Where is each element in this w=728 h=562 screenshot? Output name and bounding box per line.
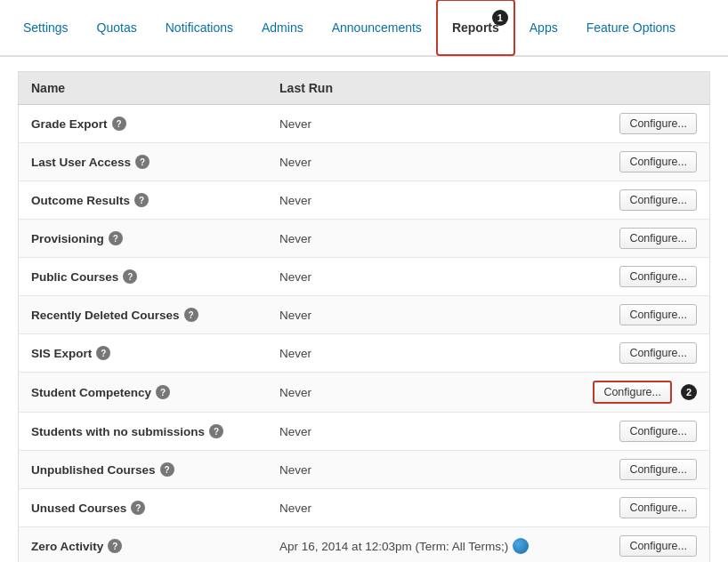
row-name-label: Grade Export? [31, 116, 255, 131]
row-action-cell: Configure... [580, 105, 709, 143]
table-row: Public Courses?NeverConfigure... [19, 258, 710, 296]
help-icon[interactable]: ? [156, 385, 170, 399]
row-name-cell: Unpublished Courses? [19, 451, 268, 489]
configure-button-4[interactable]: Configure... [619, 266, 697, 287]
help-icon[interactable]: ? [108, 539, 122, 553]
table-row: Grade Export?NeverConfigure... [19, 105, 710, 143]
row-action-cell: Configure... [580, 451, 709, 489]
row-last-run-cell: Never [267, 451, 580, 489]
row-action-cell: Configure... [580, 334, 709, 373]
help-icon[interactable]: ? [184, 308, 198, 322]
row-name-cell: SIS Export? [19, 334, 268, 373]
help-icon[interactable]: ? [109, 231, 123, 245]
table-row: Student Competency?NeverConfigure...2 [19, 373, 710, 413]
nav-item-reports[interactable]: Reports1 [436, 0, 515, 56]
table-row: Zero Activity?Apr 16, 2014 at 12:03pm (T… [19, 527, 710, 563]
row-badge: 2 [681, 384, 697, 400]
row-name-cell: Zero Activity? [19, 527, 268, 563]
table-row: Students with no submissions?NeverConfig… [19, 413, 710, 451]
row-action-cell: Configure... [580, 220, 709, 258]
row-action-cell: Configure... [580, 413, 709, 451]
help-icon[interactable]: ? [123, 269, 137, 284]
row-name-label: SIS Export? [31, 346, 255, 360]
help-icon[interactable]: ? [96, 346, 110, 360]
row-last-run-text: Never [279, 232, 568, 245]
table-body: Grade Export?NeverConfigure...Last User … [19, 105, 710, 563]
table-row: Outcome Results?NeverConfigure... [19, 181, 710, 220]
row-last-run-cell: Apr 16, 2014 at 12:03pm (Term: All Terms… [267, 527, 580, 563]
row-name-label: Unpublished Courses? [31, 462, 255, 477]
configure-button-7[interactable]: Configure... [593, 381, 672, 404]
configure-button-8[interactable]: Configure... [619, 421, 697, 442]
row-last-run-text: Never [279, 117, 568, 131]
row-last-run-cell: Never [267, 258, 580, 296]
row-name-cell: Student Competency? [19, 373, 268, 413]
row-name-cell: Public Courses? [19, 258, 268, 296]
help-icon[interactable]: ? [134, 193, 149, 207]
configure-button-2[interactable]: Configure... [619, 189, 697, 211]
row-last-run-text: Never [279, 463, 568, 477]
row-last-run-cell: Never [267, 143, 580, 181]
row-action-cell: Configure...2 [580, 373, 709, 413]
help-icon[interactable]: ? [209, 424, 223, 438]
row-name-cell: Unused Courses? [19, 489, 268, 527]
row-last-run-text: Never [279, 386, 568, 399]
row-name-label: Recently Deleted Courses? [31, 308, 255, 322]
row-last-run-text: Never [279, 270, 568, 284]
table-row: Last User Access?NeverConfigure... [19, 143, 710, 181]
table-row: Unused Courses?NeverConfigure... [19, 489, 710, 527]
row-name-label: Zero Activity? [31, 539, 255, 553]
row-last-run-text: Apr 16, 2014 at 12:03pm (Term: All Terms… [279, 538, 568, 554]
configure-button-6[interactable]: Configure... [619, 342, 697, 364]
nav-badge-reports: 1 [492, 10, 508, 26]
row-name-cell: Last User Access? [19, 143, 268, 181]
row-name-label: Students with no submissions? [31, 424, 255, 438]
configure-button-5[interactable]: Configure... [619, 304, 697, 325]
configure-button-3[interactable]: Configure... [619, 228, 697, 249]
nav-item-feature-options[interactable]: Feature Options [572, 0, 690, 56]
row-last-run-cell: Never [267, 181, 580, 220]
row-last-run-cell: Never [267, 413, 580, 451]
row-last-run-text: Never [279, 502, 568, 515]
col-last-run: Last Run [267, 72, 580, 105]
row-name-label: Last User Access? [31, 155, 255, 169]
configure-button-11[interactable]: Configure... [619, 535, 697, 557]
col-name: Name [19, 72, 268, 105]
nav-item-apps[interactable]: Apps [515, 0, 572, 56]
main-content: Name Last Run Grade Export?NeverConfigur… [0, 57, 728, 562]
table-row: Provisioning?NeverConfigure... [19, 220, 710, 258]
reports-table: Name Last Run Grade Export?NeverConfigur… [18, 71, 710, 562]
help-icon[interactable]: ? [135, 155, 150, 169]
row-action-cell: Configure... [580, 296, 709, 334]
row-name-cell: Outcome Results? [19, 181, 268, 220]
configure-button-0[interactable]: Configure... [619, 113, 697, 134]
row-name-cell: Students with no submissions? [19, 413, 268, 451]
table-header: Name Last Run [19, 72, 710, 105]
row-last-run-text: Never [279, 309, 568, 322]
nav-item-announcements[interactable]: Announcements [318, 0, 436, 56]
nav-item-settings[interactable]: Settings [9, 0, 83, 56]
row-last-run-text: Never [279, 156, 568, 169]
nav-item-notifications[interactable]: Notifications [151, 0, 247, 56]
row-action-cell: Configure... [580, 489, 709, 527]
configure-button-1[interactable]: Configure... [619, 151, 697, 173]
globe-icon [513, 538, 529, 554]
row-name-cell: Recently Deleted Courses? [19, 296, 268, 334]
configure-button-9[interactable]: Configure... [619, 459, 697, 480]
nav-item-quotas[interactable]: Quotas [83, 0, 151, 56]
help-icon[interactable]: ? [112, 116, 126, 131]
row-last-run-text: Never [279, 347, 568, 360]
row-last-run-cell: Never [267, 105, 580, 143]
table-row: Recently Deleted Courses?NeverConfigure.… [19, 296, 710, 334]
navigation-bar: SettingsQuotasNotificationsAdminsAnnounc… [0, 0, 728, 57]
table-row: Unpublished Courses?NeverConfigure... [19, 451, 710, 489]
configure-button-10[interactable]: Configure... [619, 497, 697, 518]
row-last-run-text: Never [279, 194, 568, 207]
help-icon[interactable]: ? [160, 462, 174, 477]
row-name-label: Public Courses? [31, 269, 255, 284]
row-last-run-cell: Never [267, 489, 580, 527]
help-icon[interactable]: ? [131, 501, 145, 515]
nav-item-admins[interactable]: Admins [247, 0, 318, 56]
row-name-label: Student Competency? [31, 385, 255, 399]
row-name-label: Unused Courses? [31, 501, 255, 515]
